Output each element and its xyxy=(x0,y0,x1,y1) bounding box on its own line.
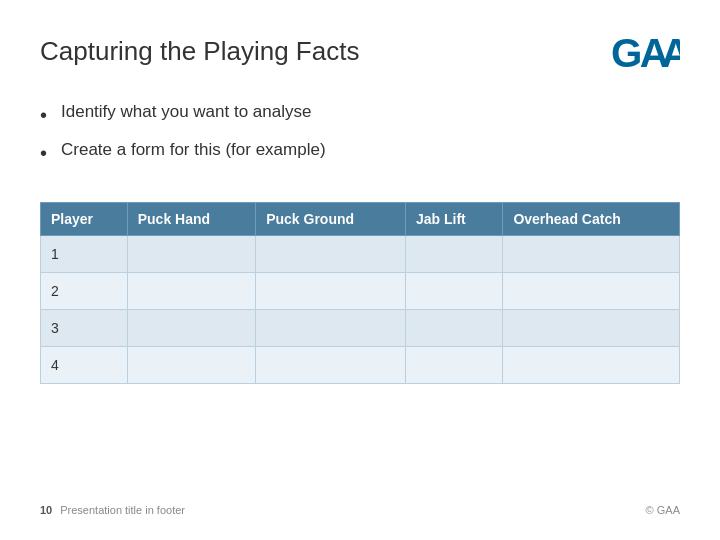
table-header-row: Player Puck Hand Puck Ground Jab Lift Ov… xyxy=(41,203,680,236)
bullet-dot-1: • xyxy=(40,102,47,128)
table-row: 4 xyxy=(41,347,680,384)
bullet-section: • Identify what you want to analyse • Cr… xyxy=(40,102,680,178)
table-cell xyxy=(406,273,503,310)
table-cell: 4 xyxy=(41,347,128,384)
table-cell xyxy=(127,236,255,273)
table-cell: 3 xyxy=(41,310,128,347)
svg-text:G: G xyxy=(611,32,642,76)
table-wrapper: Player Puck Hand Puck Ground Jab Lift Ov… xyxy=(40,202,680,494)
page: Capturing the Playing Facts G A A • Iden… xyxy=(0,0,720,540)
footer-left: 10 Presentation title in footer xyxy=(40,504,185,516)
table-cell: 2 xyxy=(41,273,128,310)
table-row: 1 xyxy=(41,236,680,273)
bullet-dot-2: • xyxy=(40,140,47,166)
table-cell xyxy=(503,347,680,384)
table-cell xyxy=(406,347,503,384)
page-title: Capturing the Playing Facts xyxy=(40,36,359,67)
table-cell: 1 xyxy=(41,236,128,273)
data-table: Player Puck Hand Puck Ground Jab Lift Ov… xyxy=(40,202,680,384)
col-header-puck-ground: Puck Ground xyxy=(256,203,406,236)
table-cell xyxy=(256,236,406,273)
footer-copyright: © GAA xyxy=(646,504,680,516)
table-row: 2 xyxy=(41,273,680,310)
table-cell xyxy=(127,310,255,347)
bullet-text-2: Create a form for this (for example) xyxy=(61,140,326,160)
table-cell xyxy=(256,310,406,347)
table-row: 3 xyxy=(41,310,680,347)
bullet-text-1: Identify what you want to analyse xyxy=(61,102,311,122)
bullet-item-2: • Create a form for this (for example) xyxy=(40,140,680,166)
table-cell xyxy=(503,310,680,347)
table-cell xyxy=(256,273,406,310)
table-cell xyxy=(503,273,680,310)
col-header-puck-hand: Puck Hand xyxy=(127,203,255,236)
col-header-jab-lift: Jab Lift xyxy=(406,203,503,236)
table-cell xyxy=(127,273,255,310)
bullet-item-1: • Identify what you want to analyse xyxy=(40,102,680,128)
col-header-overhead-catch: Overhead Catch xyxy=(503,203,680,236)
table-cell xyxy=(406,236,503,273)
table-cell xyxy=(256,347,406,384)
table-cell xyxy=(503,236,680,273)
footer: 10 Presentation title in footer © GAA xyxy=(40,494,680,516)
footer-presentation-title: Presentation title in footer xyxy=(60,504,185,516)
table-cell xyxy=(127,347,255,384)
svg-text:A: A xyxy=(661,32,680,76)
header-row: Capturing the Playing Facts G A A xyxy=(40,32,680,76)
gaa-logo-icon: G A A xyxy=(608,32,680,76)
table-cell xyxy=(406,310,503,347)
footer-page-number: 10 xyxy=(40,504,52,516)
col-header-player: Player xyxy=(41,203,128,236)
